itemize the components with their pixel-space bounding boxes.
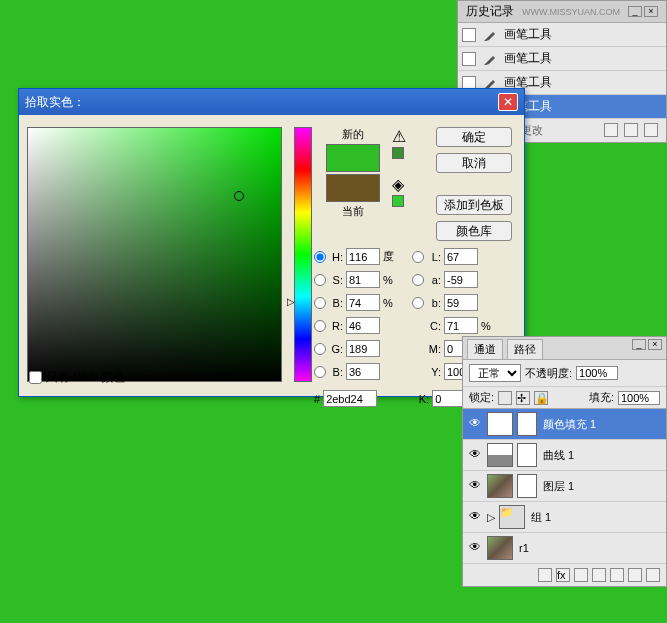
new-snapshot-icon[interactable]: [604, 123, 618, 137]
lock-all-icon[interactable]: 🔒: [534, 391, 548, 405]
history-row[interactable]: 画笔工具: [458, 47, 666, 71]
b-unit: %: [383, 297, 397, 309]
c-input[interactable]: [444, 317, 478, 334]
color-library-button[interactable]: 颜色库: [436, 221, 512, 241]
layer-row[interactable]: 👁 曲线 1: [463, 440, 666, 471]
color-field[interactable]: [27, 127, 282, 382]
mask-thumb[interactable]: [517, 412, 537, 436]
gamut-swatch[interactable]: [392, 147, 404, 159]
window-controls: _ ×: [628, 6, 658, 17]
layers-panel: 通道 路径 _ × 正常 不透明度: 锁定: ✢ 🔒 填充: 👁 颜色填充 1 …: [462, 336, 667, 587]
current-color-swatch[interactable]: [326, 174, 380, 202]
visibility-icon[interactable]: 👁: [467, 540, 483, 556]
layer-row[interactable]: 👁 颜色填充 1: [463, 409, 666, 440]
link-icon[interactable]: [538, 568, 552, 582]
new-color-swatch: [326, 144, 380, 172]
color-picker-dialog: 拾取实色： ✕ ▷ 新的 当前 ⚠ ◈ 确定 取消 添加到色板 颜色库: [18, 88, 525, 397]
r-input[interactable]: [346, 317, 380, 334]
layer-row[interactable]: 👁 图层 1: [463, 471, 666, 502]
bb-radio[interactable]: [314, 366, 326, 378]
layer-name: 曲线 1: [543, 448, 574, 463]
layer-thumb[interactable]: [487, 474, 513, 498]
mask-thumb[interactable]: [517, 443, 537, 467]
h-radio[interactable]: [314, 251, 326, 263]
h-unit: 度: [383, 249, 397, 264]
close-button[interactable]: ✕: [498, 93, 518, 111]
tab-channels[interactable]: 通道: [467, 339, 503, 359]
visibility-icon[interactable]: 👁: [467, 478, 483, 494]
history-row[interactable]: 画笔工具: [458, 23, 666, 47]
layer-thumb[interactable]: [487, 536, 513, 560]
hue-marker: ▷: [287, 296, 295, 307]
visibility-icon[interactable]: 👁: [467, 509, 483, 525]
g-input[interactable]: [346, 340, 380, 357]
h-input[interactable]: [346, 248, 380, 265]
folder-icon[interactable]: [610, 568, 624, 582]
layer-row[interactable]: 👁 ▷ 📁 组 1: [463, 502, 666, 533]
layer-thumb[interactable]: [487, 412, 513, 436]
add-swatch-button[interactable]: 添加到色板: [436, 195, 512, 215]
blend-mode-select[interactable]: 正常: [469, 364, 521, 382]
tab-paths[interactable]: 路径: [507, 339, 543, 359]
k-label: K:: [415, 393, 429, 405]
chevron-right-icon[interactable]: ▷: [487, 511, 495, 524]
opacity-input[interactable]: [576, 366, 618, 380]
websafe-swatch[interactable]: [392, 195, 404, 207]
web-only-checkbox[interactable]: [29, 371, 42, 384]
layer-row[interactable]: 👁 r1: [463, 533, 666, 564]
color-field-marker: [234, 191, 244, 201]
layer-name: 图层 1: [543, 479, 574, 494]
b-input[interactable]: [346, 294, 380, 311]
s-radio[interactable]: [314, 274, 326, 286]
lock-pixels-icon[interactable]: [498, 391, 512, 405]
s-input[interactable]: [346, 271, 380, 288]
trash-icon[interactable]: [646, 568, 660, 582]
brush-icon: [482, 27, 498, 43]
mask-icon[interactable]: [574, 568, 588, 582]
c-label: C:: [427, 320, 441, 332]
a-radio[interactable]: [412, 274, 424, 286]
lab-b-input[interactable]: [444, 294, 478, 311]
l-input[interactable]: [444, 248, 478, 265]
r-radio[interactable]: [314, 320, 326, 332]
close-btn[interactable]: ×: [648, 339, 662, 350]
history-title: 历史记录: [466, 3, 514, 20]
minimize-btn[interactable]: _: [632, 339, 646, 350]
layer-thumb[interactable]: [487, 443, 513, 467]
layer-name: r1: [519, 542, 529, 554]
gamut-warning-icon[interactable]: ⚠: [392, 127, 406, 141]
g-radio[interactable]: [314, 343, 326, 355]
fx-icon[interactable]: fx: [556, 568, 570, 582]
ok-button[interactable]: 确定: [436, 127, 512, 147]
hue-slider[interactable]: ▷: [294, 127, 312, 382]
layer-name: 颜色填充 1: [543, 417, 596, 432]
bb-input[interactable]: [346, 363, 380, 380]
new-layer-icon[interactable]: [628, 568, 642, 582]
fill-input[interactable]: [618, 391, 660, 405]
hex-input[interactable]: [323, 390, 377, 407]
y-label: Y:: [427, 366, 441, 378]
new-document-icon[interactable]: [624, 123, 638, 137]
a-input[interactable]: [444, 271, 478, 288]
lock-position-icon[interactable]: ✢: [516, 391, 530, 405]
g-label: G:: [329, 343, 343, 355]
color-picker-titlebar[interactable]: 拾取实色： ✕: [19, 89, 524, 115]
visibility-icon[interactable]: 👁: [467, 416, 483, 432]
trash-icon[interactable]: [644, 123, 658, 137]
l-radio[interactable]: [412, 251, 424, 263]
mask-thumb[interactable]: [517, 474, 537, 498]
adjustment-icon[interactable]: [592, 568, 606, 582]
b-radio[interactable]: [314, 297, 326, 309]
lab-b-radio[interactable]: [412, 297, 424, 309]
minimize-btn[interactable]: _: [628, 6, 642, 17]
folder-icon[interactable]: 📁: [499, 505, 525, 529]
history-checkbox[interactable]: [462, 52, 476, 66]
close-btn[interactable]: ×: [644, 6, 658, 17]
cube-icon[interactable]: ◈: [392, 175, 406, 189]
history-checkbox[interactable]: [462, 28, 476, 42]
cancel-button[interactable]: 取消: [436, 153, 512, 173]
new-color-label: 新的: [342, 127, 364, 142]
layer-name: 组 1: [531, 510, 551, 525]
s-label: S:: [329, 274, 343, 286]
visibility-icon[interactable]: 👁: [467, 447, 483, 463]
